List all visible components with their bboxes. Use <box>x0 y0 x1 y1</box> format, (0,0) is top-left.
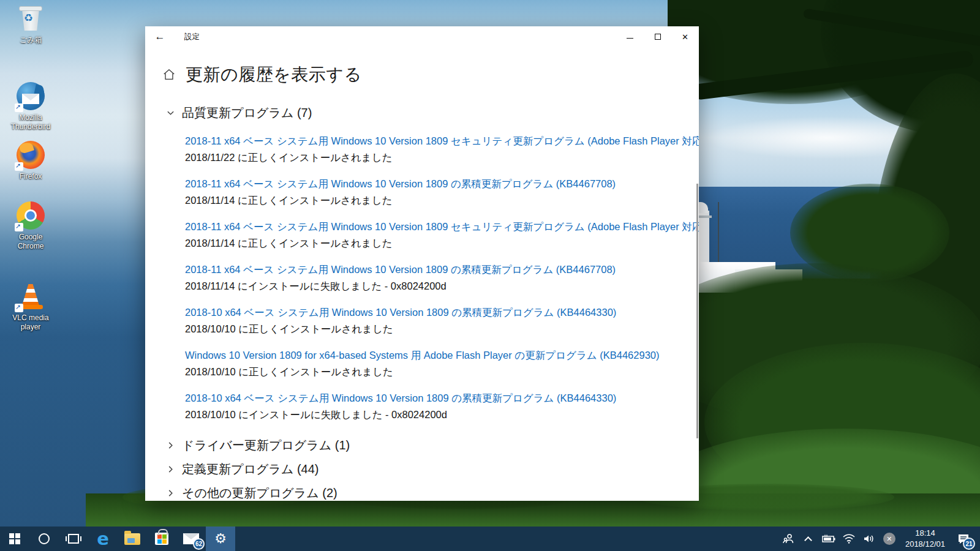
file-explorer-button[interactable] <box>118 527 147 551</box>
settings-window: ← 設定 ✕ 更新の履歴を表示する 品質更新プログラム (7) <box>145 26 699 501</box>
update-link[interactable]: 2018-11 x64 ベース システム用 Windows 10 Version… <box>185 176 699 191</box>
update-entry: 2018-11 x64 ベース システム用 Windows 10 Version… <box>185 262 699 293</box>
firefox-icon <box>16 140 45 170</box>
home-icon <box>162 68 176 81</box>
start-button[interactable] <box>0 527 29 551</box>
update-link[interactable]: Windows 10 Version 1809 for x64-based Sy… <box>185 348 699 362</box>
clock-date: 2018/12/01 <box>905 539 945 550</box>
action-center-badge: 21 <box>963 538 975 550</box>
people-icon <box>782 533 794 545</box>
section-label: その他の更新プログラム (2) <box>182 485 337 501</box>
window-controls: ✕ <box>616 26 699 47</box>
collapsed-section-list: ドライバー更新プログラム (1) 定義更新プログラム (44) その他の更新プロ… <box>145 433 699 501</box>
section-driver-updates[interactable]: ドライバー更新プログラム (1) <box>167 433 699 457</box>
desktop-icon-label: Firefox <box>20 172 42 181</box>
task-view-button[interactable] <box>59 527 88 551</box>
settings-taskbar-button[interactable]: ⚙ <box>206 527 235 551</box>
section-quality-updates[interactable]: 品質更新プログラム (7) <box>167 105 699 121</box>
shortcut-arrow-icon <box>15 162 23 171</box>
volume-button[interactable] <box>861 527 877 551</box>
taskbar-clock[interactable]: 18:14 2018/12/01 <box>902 528 949 549</box>
volume-icon <box>862 533 876 544</box>
section-label: 定義更新プログラム (44) <box>182 461 318 478</box>
x-circle-icon: ✕ <box>883 533 895 545</box>
mail-unread-badge: 62 <box>193 538 205 550</box>
chevron-right-icon <box>167 441 175 449</box>
maximize-button[interactable] <box>644 26 671 47</box>
section-other-updates[interactable]: その他の更新プログラム (2) <box>167 481 699 501</box>
chevron-right-icon <box>167 465 175 473</box>
update-link[interactable]: 2018-11 x64 ベース システム用 Windows 10 Version… <box>185 262 699 277</box>
wifi-button[interactable] <box>841 527 857 551</box>
scrollbar[interactable] <box>696 184 698 438</box>
show-hidden-icons-button[interactable] <box>801 527 816 551</box>
update-status: 2018/10/10 に正しくインストールされました <box>185 364 699 379</box>
battery-button[interactable] <box>821 527 837 551</box>
update-status: 2018/11/22 に正しくインストールされました <box>185 150 699 165</box>
update-entry: 2018-11 x64 ベース システム用 Windows 10 Version… <box>185 176 699 208</box>
desktop-icon-vlc[interactable]: VLC media player <box>5 282 56 332</box>
update-entry: Windows 10 Version 1809 for x64-based Sy… <box>185 348 699 379</box>
windows-logo-icon <box>9 533 20 544</box>
update-status: 2018/11/14 に正しくインストールされました <box>185 193 699 208</box>
taskbar-app-icons: e 62 ⚙ <box>0 527 235 551</box>
update-entry: 2018-10 x64 ベース システム用 Windows 10 Version… <box>185 391 699 422</box>
update-entry: 2018-10 x64 ベース システム用 Windows 10 Version… <box>185 305 699 336</box>
section-label: ドライバー更新プログラム (1) <box>182 437 350 454</box>
back-button[interactable]: ← <box>145 26 175 47</box>
clock-time: 18:14 <box>905 528 945 539</box>
desktop-icon-thunderbird[interactable]: Mozilla Thunderbird <box>5 81 56 132</box>
update-list: 2018-11 x64 ベース システム用 Windows 10 Version… <box>185 133 699 422</box>
disconnected-status-button[interactable]: ✕ <box>881 527 897 551</box>
task-view-icon <box>68 534 79 544</box>
edge-button[interactable]: e <box>88 527 118 551</box>
system-tray: ✕ 18:14 2018/12/01 21 <box>780 527 980 551</box>
update-entry: 2018-11 x64 ベース システム用 Windows 10 Version… <box>185 219 699 250</box>
gear-icon: ⚙ <box>214 532 227 545</box>
desktop-icon-chrome[interactable]: Google Chrome <box>5 201 56 251</box>
chevron-down-icon <box>167 109 175 117</box>
desktop-icon-recycle-bin[interactable]: ♻ ごみ箱 <box>5 4 56 45</box>
battery-icon <box>821 534 836 544</box>
update-entry: 2018-11 x64 ベース システム用 Windows 10 Version… <box>185 133 699 165</box>
update-status: 2018/10/10 に正しくインストールされました <box>185 321 699 336</box>
desktop-icon-label: Google Chrome <box>5 233 56 251</box>
update-link[interactable]: 2018-10 x64 ベース システム用 Windows 10 Version… <box>185 305 699 320</box>
desktop-icon-label: VLC media player <box>5 313 56 332</box>
desktop-screen: ♻ ごみ箱 Mozilla Thunderbird Firefox Google… <box>0 0 980 551</box>
update-link[interactable]: 2018-11 x64 ベース システム用 Windows 10 Version… <box>185 133 699 148</box>
file-explorer-icon <box>124 533 140 545</box>
wifi-icon <box>842 533 856 544</box>
section-definition-updates[interactable]: 定義更新プログラム (44) <box>167 457 699 481</box>
update-link[interactable]: 2018-11 x64 ベース システム用 Windows 10 Version… <box>185 219 699 234</box>
shortcut-arrow-icon <box>15 223 23 231</box>
desktop-icon-firefox[interactable]: Firefox <box>5 140 56 181</box>
recycle-bin-icon: ♻ <box>16 4 45 33</box>
chevron-right-icon <box>167 489 175 497</box>
settings-content: 更新の履歴を表示する 品質更新プログラム (7) 2018-11 x64 ベース… <box>145 47 699 501</box>
action-center-button[interactable]: 21 <box>953 527 974 551</box>
page-header: 更新の履歴を表示する <box>162 63 699 86</box>
mail-button[interactable]: 62 <box>176 527 206 551</box>
minimize-button[interactable] <box>616 26 644 47</box>
taskbar: e 62 ⚙ <box>0 527 980 551</box>
desktop-icon-list: ♻ ごみ箱 Mozilla Thunderbird Firefox Google… <box>5 4 56 332</box>
cortana-icon <box>39 533 50 544</box>
cortana-button[interactable] <box>29 527 59 551</box>
title-bar[interactable]: ← 設定 ✕ <box>145 26 699 47</box>
update-status: 2018/11/14 に正しくインストールされました <box>185 236 699 250</box>
desktop-icon-label: ごみ箱 <box>20 36 42 45</box>
update-status: 2018/10/10 にインストールに失敗しました - 0x8024200d <box>185 407 699 422</box>
update-status: 2018/11/14 にインストールに失敗しました - 0x8024200d <box>185 279 699 293</box>
wallpaper-foliage <box>668 0 980 527</box>
section-label: 品質更新プログラム (7) <box>182 105 312 121</box>
desktop-icon-label: Mozilla Thunderbird <box>5 113 56 132</box>
chrome-icon <box>16 201 45 230</box>
close-button[interactable]: ✕ <box>671 26 699 47</box>
chevron-up-icon <box>805 536 813 544</box>
store-button[interactable] <box>147 527 176 551</box>
page-title: 更新の履歴を表示する <box>186 63 362 86</box>
people-button[interactable] <box>780 527 796 551</box>
update-link[interactable]: 2018-10 x64 ベース システム用 Windows 10 Version… <box>185 391 699 405</box>
window-title: 設定 <box>184 32 200 42</box>
